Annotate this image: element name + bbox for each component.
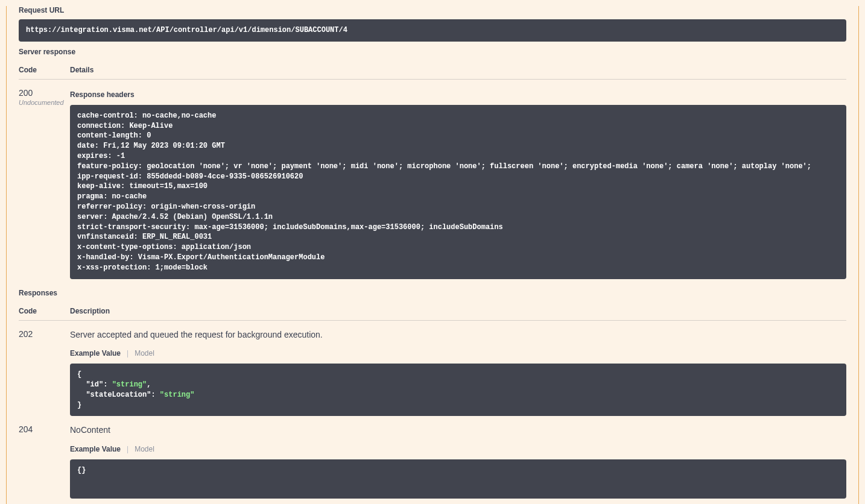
response-code: 200 xyxy=(19,88,33,98)
tab-separator: | xyxy=(127,349,135,358)
responses-table-header: Code Description xyxy=(19,302,846,321)
server-response-row: 200 Undocumented Response headers cache-… xyxy=(19,80,846,279)
response-row: 204 NoContent Example Value|Model {} xyxy=(19,416,846,499)
example-value-box-202[interactable]: { "id": "string", "stateLocation": "stri… xyxy=(70,364,846,416)
code-column-header-2: Code xyxy=(19,307,70,315)
response-details-cell: Response headers cache-control: no-cache… xyxy=(70,87,846,279)
tab-model[interactable]: Model xyxy=(135,349,160,358)
tab-model[interactable]: Model xyxy=(135,445,160,453)
response-details-cell: Server accepted and queued the request f… xyxy=(70,328,846,417)
response-description: NoContent xyxy=(70,424,846,436)
response-details-cell: NoContent Example Value|Model {} xyxy=(70,423,846,499)
response-row: 202 Server accepted and queued the reque… xyxy=(19,321,846,417)
response-code-202: 202 xyxy=(19,329,33,339)
server-response-table-header: Code Details xyxy=(19,61,846,80)
code-column-header: Code xyxy=(19,66,70,74)
request-url-label: Request URL xyxy=(19,6,846,14)
server-response-label: Server response xyxy=(19,48,846,56)
response-headers-label: Response headers xyxy=(70,90,846,99)
example-value-box-204[interactable]: {} xyxy=(70,459,846,499)
response-description: Server accepted and queued the request f… xyxy=(70,329,846,341)
tab-separator: | xyxy=(127,445,135,453)
request-url-box[interactable]: https://integration.visma.net/API/contro… xyxy=(19,19,846,42)
response-code-cell: 200 Undocumented xyxy=(19,87,70,279)
description-column-header: Description xyxy=(70,307,846,315)
undocumented-label: Undocumented xyxy=(19,99,70,106)
response-code-cell: 204 xyxy=(19,423,70,499)
response-code-cell: 202 xyxy=(19,328,70,417)
tab-example-value[interactable]: Example Value xyxy=(70,445,127,453)
tab-example-value[interactable]: Example Value xyxy=(70,349,127,358)
example-model-tabs: Example Value|Model xyxy=(70,445,846,453)
response-code-204: 204 xyxy=(19,424,33,434)
example-model-tabs: Example Value|Model xyxy=(70,349,846,358)
details-column-header: Details xyxy=(70,66,846,74)
response-headers-box[interactable]: cache-control: no-cache,no-cache connect… xyxy=(70,105,846,279)
api-response-panel: Request URL https://integration.visma.ne… xyxy=(6,6,859,504)
responses-label: Responses xyxy=(19,289,846,297)
